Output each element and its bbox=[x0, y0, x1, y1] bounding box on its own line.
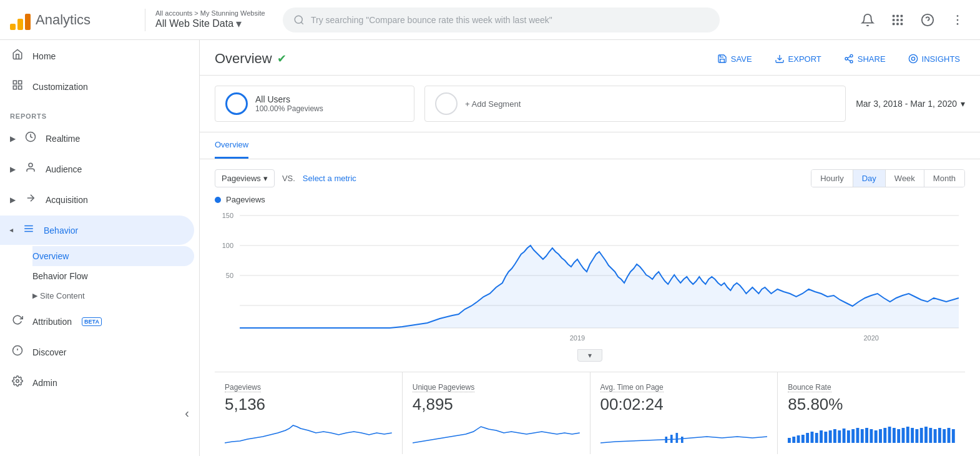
sidebar-item-realtime[interactable]: ▶ Realtime bbox=[0, 124, 194, 153]
svg-rect-70 bbox=[870, 429, 873, 443]
apps-button[interactable] bbox=[885, 7, 910, 32]
sidebar-collapse-button[interactable]: ‹ bbox=[0, 399, 199, 428]
svg-rect-19 bbox=[13, 86, 16, 89]
chart-controls: Pageviews ▾ VS. Select a metric Hourly D… bbox=[215, 169, 965, 187]
audience-arrow: ▶ bbox=[10, 165, 16, 174]
svg-rect-56 bbox=[806, 433, 809, 443]
svg-rect-69 bbox=[865, 428, 868, 443]
main-content: Overview ✔ SAVE EXPORT bbox=[200, 40, 980, 456]
home-icon bbox=[10, 49, 25, 63]
sidebar-item-site-content[interactable]: ▶ Site Content bbox=[32, 286, 194, 305]
sidebar-item-admin[interactable]: Admin bbox=[0, 368, 194, 397]
help-button[interactable] bbox=[915, 7, 940, 32]
sidebar-item-behavior[interactable]: ▾ Behavior bbox=[0, 216, 194, 245]
sidebar-item-audience[interactable]: ▶ Audience bbox=[0, 154, 194, 184]
sidebar-item-customization[interactable]: Customization bbox=[0, 72, 194, 101]
sidebar-item-admin-label: Admin bbox=[32, 378, 57, 388]
sidebar-item-discover[interactable]: Discover bbox=[0, 337, 194, 367]
customization-icon bbox=[10, 79, 25, 94]
sidebar-item-home-label: Home bbox=[32, 51, 56, 61]
sidebar-item-realtime-label: Realtime bbox=[46, 134, 80, 144]
svg-rect-2 bbox=[893, 14, 895, 17]
mini-chart-avgtime bbox=[600, 419, 768, 444]
time-buttons: Hourly Day Week Month bbox=[811, 169, 965, 187]
svg-point-36 bbox=[909, 54, 917, 62]
chart-legend: Pageviews bbox=[215, 195, 965, 204]
svg-point-0 bbox=[295, 16, 302, 23]
beta-badge: BETA bbox=[82, 317, 102, 326]
time-btn-hourly[interactable]: Hourly bbox=[811, 170, 853, 187]
notifications-button[interactable] bbox=[855, 7, 880, 32]
svg-rect-48 bbox=[665, 437, 667, 443]
legend-label: Pageviews bbox=[226, 195, 265, 204]
time-btn-week[interactable]: Week bbox=[886, 170, 924, 187]
segment-sub: 100.00% Pageviews bbox=[255, 104, 323, 113]
save-icon bbox=[717, 54, 727, 64]
tab-overview[interactable]: Overview bbox=[215, 132, 248, 159]
site-content-arrow: ▶ bbox=[32, 292, 37, 300]
legend-dot bbox=[215, 197, 221, 203]
svg-rect-87 bbox=[948, 428, 951, 443]
svg-rect-59 bbox=[820, 430, 823, 443]
sidebar-item-attribution[interactable]: Attribution BETA bbox=[0, 307, 194, 336]
tab-bar: Overview bbox=[200, 132, 980, 159]
more-button[interactable] bbox=[945, 7, 970, 32]
svg-point-15 bbox=[957, 23, 959, 25]
segment-left: All Users 100.00% Pageviews + Add Segmen… bbox=[215, 86, 846, 122]
svg-rect-64 bbox=[843, 429, 846, 443]
date-range-text: Mar 3, 2018 - Mar 1, 2020 bbox=[856, 99, 957, 109]
metric-select[interactable]: Pageviews ▾ bbox=[215, 169, 275, 187]
export-button[interactable]: EXPORT bbox=[770, 50, 826, 67]
account-name-dropdown[interactable]: All Web Site Data ▾ bbox=[155, 17, 268, 31]
insights-button[interactable]: INSIGHTS bbox=[903, 50, 965, 67]
metric-select-label: Pageviews bbox=[222, 174, 261, 183]
behavior-arrow: ▾ bbox=[7, 229, 16, 232]
all-users-segment[interactable]: All Users 100.00% Pageviews bbox=[215, 86, 414, 122]
stat-unique-pageviews: Unique Pageviews 4,895 bbox=[403, 372, 590, 454]
sidebar-item-behavior-flow[interactable]: Behavior Flow bbox=[32, 266, 194, 286]
overview-header: Overview ✔ SAVE EXPORT bbox=[200, 40, 980, 76]
overview-title-text: Overview bbox=[215, 51, 272, 67]
svg-rect-57 bbox=[811, 432, 814, 443]
add-segment-label: + Add Segment bbox=[465, 99, 521, 109]
share-button[interactable]: SHARE bbox=[839, 50, 891, 67]
svg-line-34 bbox=[848, 59, 851, 61]
behavior-overview-label: Overview bbox=[32, 251, 69, 261]
topbar-actions bbox=[855, 7, 970, 32]
account-path: All accounts > My Stunning Website bbox=[155, 9, 268, 17]
date-range-button[interactable]: Mar 3, 2018 - Mar 1, 2020 ▾ bbox=[856, 99, 965, 109]
svg-rect-88 bbox=[952, 429, 955, 443]
admin-icon bbox=[10, 375, 25, 390]
stats-row: Pageviews 5,136 Unique Pageviews 4,895 bbox=[215, 372, 965, 454]
save-button[interactable]: SAVE bbox=[712, 50, 757, 67]
svg-line-35 bbox=[848, 56, 851, 58]
audience-icon bbox=[23, 162, 38, 176]
svg-rect-79 bbox=[911, 428, 914, 443]
stat-unique-value: 4,895 bbox=[413, 395, 580, 414]
acquisition-icon bbox=[23, 192, 38, 207]
svg-rect-66 bbox=[851, 429, 855, 443]
svg-rect-16 bbox=[13, 81, 16, 84]
sidebar-item-behavior-label: Behavior bbox=[44, 226, 78, 235]
overview-title-area: Overview ✔ bbox=[215, 51, 287, 67]
svg-line-1 bbox=[301, 22, 303, 24]
svg-rect-74 bbox=[888, 427, 891, 443]
svg-rect-8 bbox=[893, 22, 895, 25]
svg-rect-49 bbox=[670, 435, 672, 443]
sidebar-item-behavior-overview[interactable]: Overview bbox=[32, 246, 194, 266]
select-metric-link[interactable]: Select a metric bbox=[303, 174, 356, 183]
svg-rect-65 bbox=[847, 430, 850, 443]
svg-rect-82 bbox=[924, 427, 928, 443]
svg-rect-73 bbox=[884, 428, 887, 443]
svg-rect-63 bbox=[838, 430, 841, 443]
search-bar[interactable]: Try searching "Compare bounce rate this … bbox=[283, 7, 720, 32]
chart-expand-button[interactable]: ▾ bbox=[577, 349, 602, 362]
time-btn-month[interactable]: Month bbox=[924, 170, 964, 187]
add-segment-card[interactable]: + Add Segment bbox=[424, 86, 846, 122]
mini-chart-bounce bbox=[788, 419, 955, 444]
svg-point-21 bbox=[29, 163, 32, 167]
topbar-divider bbox=[145, 9, 145, 31]
time-btn-day[interactable]: Day bbox=[853, 170, 886, 187]
sidebar-item-home[interactable]: Home bbox=[0, 41, 194, 71]
sidebar-item-acquisition[interactable]: ▶ Acquisition bbox=[0, 185, 194, 214]
